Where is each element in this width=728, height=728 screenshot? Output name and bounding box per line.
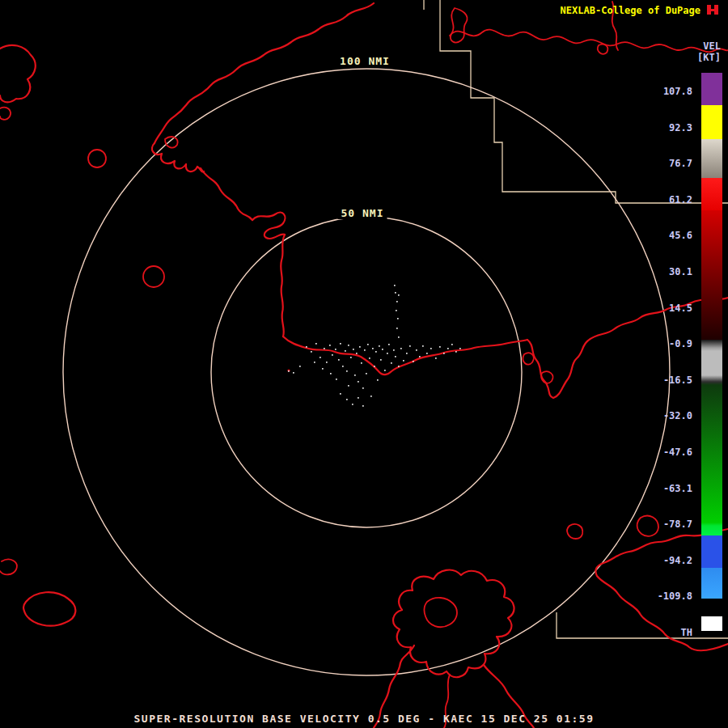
range-ring-label-100nmi: 100 NMI (336, 55, 393, 67)
colorbar-tick-label: -16.5 (663, 374, 692, 387)
radar-map-canvas (0, 0, 728, 728)
colorbar-tick-label: 30.1 (669, 265, 692, 278)
range-rings (63, 69, 670, 675)
colorbar-tick-label: -32.0 (663, 409, 692, 422)
radar-display: 100 NMI 50 NMI NEXLAB-College of DuPage … (0, 0, 728, 728)
colorbar-unit-label: VEL (697, 40, 721, 52)
colorbar-tick-label: -78.7 (663, 518, 692, 531)
colorbar-unit-bracket: [KT] (697, 52, 721, 63)
radar-velocity-returns (288, 285, 461, 407)
colorbar-tick-label: 107.8 (663, 85, 692, 98)
cod-logo-icon (705, 2, 720, 17)
coastline-outlines (0, 2, 728, 728)
page-title: NEXLAB-College of DuPage (561, 5, 700, 16)
colorbar-tick-label: 45.6 (669, 229, 692, 242)
colorbar-tick-label: -47.6 (663, 446, 692, 459)
velocity-colorbar (701, 73, 722, 631)
range-ring-label-50nmi: 50 NMI (338, 207, 387, 219)
colorbar-tick-label: 76.7 (669, 157, 692, 170)
colorbar-units: VEL [KT] (697, 40, 721, 63)
range-ring-50nmi (211, 217, 522, 527)
colorbar-tick-label: -63.1 (663, 482, 692, 495)
range-ring-100nmi (63, 69, 670, 675)
colorbar-tick-label: TH (681, 626, 692, 639)
status-bar: SUPER-RESOLUTION BASE VELOCITY 0.5 DEG -… (0, 713, 728, 725)
colorbar-tick-label: -109.8 (658, 590, 692, 603)
colorbar-tick-label: 92.3 (669, 121, 692, 134)
colorbar-tick-label: 61.2 (669, 193, 692, 206)
colorbar-tick-label: -94.2 (663, 554, 692, 567)
colorbar-tick-label: 14.5 (669, 302, 692, 315)
colorbar-tick-label: -0.9 (669, 337, 692, 350)
